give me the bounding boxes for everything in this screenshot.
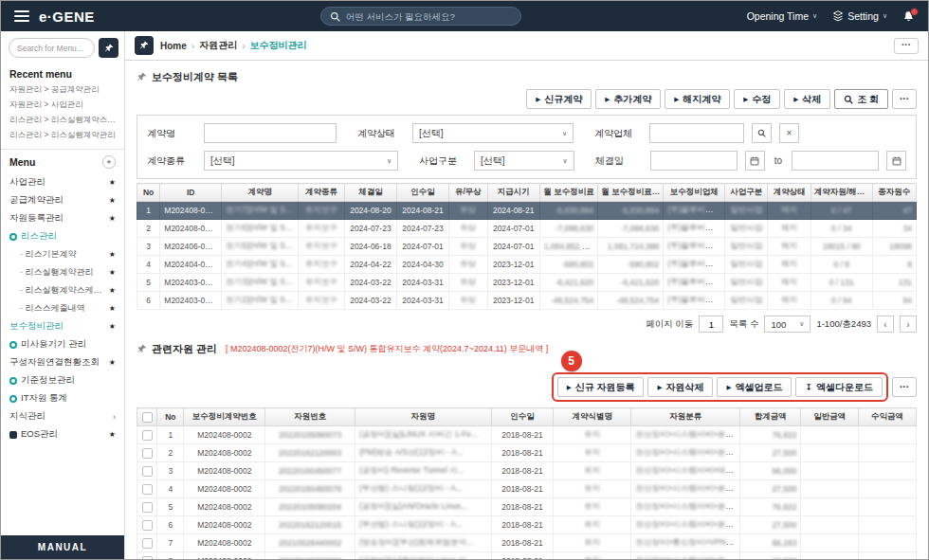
sidebar-item[interactable]: 사업관리★ [1, 173, 124, 191]
row-checkbox[interactable] [142, 556, 153, 559]
action-button[interactable]: ▶추가계약 [595, 89, 661, 109]
sidebar-item[interactable]: 리스실행계약관리★ [1, 263, 124, 281]
column-header[interactable]: 계약자원/해지자원 [811, 184, 872, 202]
table-row[interactable]: 6M202408-000220220162120015(무선형) 스니핑(1)/… [137, 516, 917, 534]
favorite-star-icon[interactable]: ★ [109, 322, 116, 331]
page-size-select[interactable]: 100 ∨ [764, 316, 811, 333]
favorite-star-icon[interactable]: ★ [109, 250, 116, 259]
table-row[interactable]: 5M202403-0002전기3)(H/W 및 S...유지보수2024-03-… [137, 274, 917, 292]
sidebar-item[interactable]: 보수정비관리★ [1, 317, 124, 335]
table-row[interactable]: 1M202408-0002전기7)(H/W 및 S...유지보수2024-08-… [137, 202, 917, 220]
sidebar-item[interactable]: 공급계약관리★ [1, 191, 124, 209]
column-header[interactable]: 자원명 [355, 408, 491, 426]
next-page-button[interactable]: › [900, 316, 917, 333]
prev-page-button[interactable]: ‹ [877, 316, 894, 333]
toolbar-more-button[interactable]: ··· [892, 377, 917, 397]
sidebar-item[interactable]: 리스스케줄내역★ [1, 299, 124, 317]
action-button[interactable]: ▶엑셀업로드 [717, 377, 792, 397]
action-button[interactable]: ▶자원삭제 [647, 377, 713, 397]
favorite-star-icon[interactable]: ★ [109, 196, 116, 205]
column-header[interactable]: No [157, 408, 184, 426]
favorite-star-icon[interactable]: ★ [109, 178, 116, 187]
sidebar-item[interactable]: 지식관리› [1, 407, 124, 425]
recent-menu-item[interactable]: 리스관리 > 리스실행계약관리 [1, 128, 124, 143]
table-row[interactable]: 8M202408-000220220105080098(공장비)(실)침입차단 … [137, 552, 917, 560]
page-more-button[interactable]: ··· [894, 38, 919, 54]
column-header[interactable]: 월 보수정비료 [539, 184, 598, 202]
table-row[interactable]: 4M202404-0001전기4)(H/W 및 S...유지보수2024-04-… [137, 256, 917, 274]
table-row[interactable]: 1M202408-000220220105080073(공장비)(실)LINUX… [137, 426, 917, 444]
favorite-star-icon[interactable]: ★ [109, 430, 116, 439]
manual-button[interactable]: MANUAL [1, 535, 124, 559]
table-row[interactable]: 4M202408-000220220160450078(무선형) 스니핑(1)/… [137, 480, 917, 498]
column-header[interactable]: 계약명 [222, 184, 299, 202]
table-row[interactable]: 3M202408-000220220160450077(공장비) Reverse… [137, 462, 917, 480]
action-button[interactable]: ↧엑셀다운로드 [795, 377, 883, 397]
row-checkbox[interactable] [142, 466, 153, 477]
row-checkbox[interactable] [142, 538, 153, 549]
vendor-clear-button[interactable]: × [779, 123, 799, 143]
column-header[interactable]: 유/무상 [449, 184, 488, 202]
column-header[interactable]: 계약종류 [299, 184, 345, 202]
column-header[interactable]: 사업구분 [725, 184, 768, 202]
sidebar-item[interactable]: 기준정보관리 [1, 371, 124, 389]
sidebar-item[interactable]: 리스실행계약스케줄관리★ [1, 281, 124, 299]
column-header[interactable]: 보수정비업체 [664, 184, 725, 202]
menu-search-input[interactable] [9, 38, 95, 58]
hamburger-menu-icon[interactable] [14, 10, 29, 22]
sidebar-item[interactable]: 미사용기기 관리 [1, 335, 124, 353]
business-division-select[interactable]: [선택] ∨ [474, 151, 574, 171]
favorites-filter-icon[interactable]: ★ [102, 155, 116, 169]
calendar-icon[interactable] [886, 151, 906, 171]
sidebar-item[interactable]: 자원등록관리★ [1, 209, 124, 227]
vendor-search-button[interactable] [752, 123, 772, 143]
contract-type-select[interactable]: [선택] ∨ [204, 151, 398, 171]
vendor-input[interactable] [649, 123, 744, 143]
column-header[interactable]: ID [160, 184, 222, 202]
toolbar-more-button[interactable]: ··· [892, 89, 917, 109]
column-header[interactable]: 자원번호 [265, 408, 355, 426]
column-header[interactable]: 자원분류 [631, 408, 740, 426]
select-all-checkbox[interactable] [142, 412, 153, 423]
sidebar-item[interactable]: EOS관리★ [1, 425, 124, 443]
action-button[interactable]: ▶해지계약 [665, 89, 730, 109]
favorite-star-icon[interactable]: ★ [109, 214, 116, 223]
favorite-star-icon[interactable]: ★ [109, 268, 116, 277]
page-number-input[interactable] [699, 316, 723, 333]
setting-menu[interactable]: Setting ∨ [832, 10, 887, 22]
column-header[interactable]: No [137, 184, 160, 202]
row-checkbox[interactable] [142, 430, 153, 441]
sidebar-item[interactable]: 리스관리 [1, 227, 124, 245]
recent-menu-item[interactable]: 리스관리 > 리스실행계약스케줄관리 [1, 113, 124, 128]
table-row[interactable]: 6M202403-0001전기2)(H/W 및 S...유지보수2024-03-… [137, 292, 917, 310]
sidebar-item[interactable]: 리스기본계약★ [1, 245, 124, 263]
recent-menu-item[interactable]: 자원관리 > 공급계약관리 [1, 82, 124, 98]
table-row[interactable]: 2M202408-000220220162120003(PM)방송 A/S선(1… [137, 444, 917, 462]
column-header[interactable]: 종자원수 [872, 184, 916, 202]
table-row[interactable]: 5M202408-000220220105080204(공장비)(실)AN/Or… [137, 498, 917, 516]
sign-date-from-input[interactable] [650, 151, 738, 171]
sidebar-item[interactable]: IT자원 통계 [1, 389, 124, 407]
contract-status-select[interactable]: [선택] ∨ [412, 123, 574, 143]
breadcrumb-home[interactable]: Home [160, 41, 187, 51]
pin-menu-button[interactable] [99, 38, 118, 58]
favorite-star-icon[interactable]: ★ [109, 304, 116, 313]
contract-name-input[interactable] [204, 123, 337, 143]
sign-date-to-input[interactable] [792, 151, 879, 171]
action-button[interactable]: ▶신규계약 [526, 89, 592, 109]
column-header[interactable]: 합계금액 [740, 408, 801, 426]
column-header[interactable]: 월 보수정비료(구분) [598, 184, 664, 202]
column-header[interactable]: 수익금액 [859, 408, 917, 426]
opening-time-menu[interactable]: Opening Time ∨ [747, 10, 818, 22]
search-button[interactable]: 조 회 [834, 89, 888, 109]
row-checkbox[interactable] [142, 520, 153, 531]
column-header[interactable]: 계약상태 [768, 184, 811, 202]
action-button[interactable]: ▶신규 자원등록 [557, 377, 645, 397]
row-checkbox[interactable] [142, 484, 153, 495]
action-button[interactable]: ▶삭제 [784, 89, 830, 109]
breadcrumb-item[interactable]: 자원관리 [199, 39, 237, 52]
global-search[interactable] [320, 7, 521, 26]
row-checkbox[interactable] [142, 502, 153, 513]
column-header[interactable]: 체결일 [344, 184, 396, 202]
column-header[interactable]: 인수일 [491, 408, 554, 426]
